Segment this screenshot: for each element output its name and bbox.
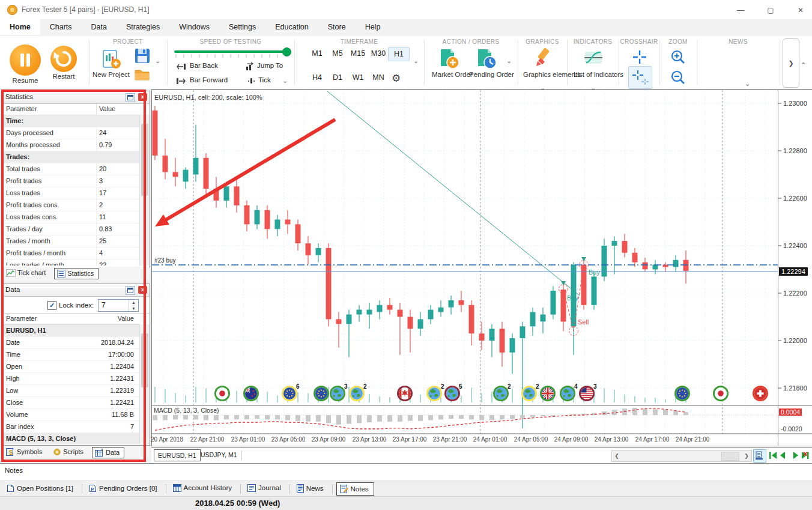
jp-flag-icon (715, 387, 727, 399)
ca-flag-icon (399, 387, 411, 399)
globe-flag-icon (351, 387, 363, 399)
news-count-badge: 6 (296, 383, 300, 390)
svg-text:EURUSD, H1, cell: 200, scale:: EURUSD, H1, cell: 200, scale: 100% (154, 94, 262, 101)
globe-flag-icon (523, 387, 535, 399)
chart-hscrollbar[interactable]: ❮ ❯ (611, 450, 752, 462)
bottom-tab-journal[interactable]: Journal (244, 482, 286, 494)
hscroll-right-icon[interactable]: ❯ (742, 451, 751, 461)
svg-text:#23 buy: #23 buy (154, 257, 176, 264)
svg-text:Buy: Buy (589, 269, 600, 276)
bottom-tab-notes[interactable]: Notes (336, 482, 374, 496)
app-window: Forex Tester 5 [4 pairs] - [EURUSD, H1] … (0, 0, 812, 510)
svg-text:P: P (91, 487, 94, 492)
globe-flag-icon (446, 387, 458, 399)
news-event-icon-eu[interactable] (282, 386, 297, 401)
chart-close-icon[interactable]: ✕ (802, 450, 808, 458)
news-count-badge: 5 (459, 383, 462, 390)
bottom-tab-pending-orders[interactable]: PPending Orders [0] (86, 482, 162, 494)
eu-flag-icon (283, 387, 295, 399)
bottom-tab-open-positions[interactable]: Open Positions [1] (4, 482, 78, 494)
notes-panel[interactable]: Notes (0, 463, 812, 481)
chart-tabbar: EURUSD, H1USDJPY, M1 ❮ ❯ ✕ (151, 447, 812, 464)
globe-flag-icon (428, 387, 440, 399)
eu-flag-icon (676, 387, 688, 399)
bottom-tabbar: Open Positions [1]PPending Orders [0]Acc… (0, 481, 812, 497)
price-axis-label: 1.22200 (783, 290, 807, 297)
news-event-icon-us[interactable] (579, 386, 595, 401)
status-bar: 2018.04.25 00:59 (Wed) (0, 496, 812, 510)
news-event-icon-eu[interactable] (314, 386, 329, 401)
chart-list-button[interactable] (753, 449, 766, 463)
svg-text:Sell: Sell (578, 318, 589, 326)
news-event-icon-globe[interactable] (521, 386, 537, 401)
price-axis-label: 1.22600 (783, 195, 807, 202)
bottom-tab-news[interactable]: News (294, 482, 329, 494)
current-price-label: 1.22294 (779, 267, 808, 276)
news-event-icon-ch[interactable] (753, 386, 768, 401)
news-event-icon-jp[interactable] (713, 386, 729, 401)
news-event-icon-globe[interactable] (349, 386, 365, 401)
ch-flag-icon (754, 387, 766, 399)
news-count-badge: 2 (536, 383, 539, 390)
news-count-badge: 2 (363, 383, 367, 390)
globe-flag-icon (332, 387, 344, 399)
news-event-icon-eu[interactable] (674, 386, 690, 401)
news-event-icon-nz[interactable] (243, 386, 259, 401)
price-chart[interactable]: #23 buyBuySellBuyEURUSD, H1, cell: 200, … (0, 0, 812, 510)
news-event-icon-ca[interactable] (397, 386, 413, 401)
news-event-icon-jp[interactable] (214, 386, 230, 401)
price-axis-label: 1.23000 (783, 100, 807, 107)
uk-flag-icon (542, 387, 554, 399)
globe-flag-icon (562, 387, 574, 399)
news-event-icon-globe[interactable] (444, 386, 460, 401)
price-axis-label: 1.21800 (783, 384, 807, 392)
chart-list-icon (754, 450, 766, 462)
status-datetime: 2018.04.25 00:59 (Wed) (195, 499, 280, 508)
macd-axis-label: -0.0020 (781, 425, 802, 433)
news-event-icon-globe[interactable] (560, 386, 575, 401)
price-axis-label: 1.22000 (783, 337, 807, 344)
chart-tab-usdjpy[interactable]: USDJPY, M1 (197, 449, 241, 460)
news-event-icon-globe[interactable] (426, 386, 442, 401)
jp-flag-icon (216, 387, 228, 399)
chart-tab-eurusd[interactable]: EURUSD, H1 (154, 449, 201, 461)
price-axis-label: 1.22400 (783, 242, 807, 249)
news-event-icon-uk[interactable] (540, 386, 556, 401)
news-count-badge: 2 (441, 383, 444, 390)
price-axis-label: 1.22800 (783, 147, 807, 154)
news-count-badge: 3 (593, 383, 597, 390)
svg-text:Buy: Buy (567, 294, 578, 302)
hscroll-thumb[interactable] (721, 452, 739, 461)
eu-flag-icon (315, 387, 327, 399)
news-event-icon-globe[interactable] (493, 386, 509, 401)
hscroll-left-icon[interactable]: ❮ (612, 451, 622, 461)
news-count-badge: 4 (574, 383, 578, 390)
globe-flag-icon (495, 387, 507, 399)
notes-panel-label: Notes (5, 467, 23, 474)
news-count-badge: 2 (507, 383, 511, 390)
macd-value-label: 0.0004 (779, 408, 802, 416)
time-axis-label: 24 Apr 21:00 (667, 436, 718, 443)
news-count-badge: 3 (344, 383, 348, 390)
nz-flag-icon (245, 387, 257, 399)
svg-text:MACD (5, 13, 3, Close): MACD (5, 13, 3, Close) (154, 407, 219, 414)
us-flag-icon (581, 387, 593, 399)
bottom-tab-account-history[interactable]: Account History (170, 482, 237, 494)
news-event-icon-globe[interactable] (330, 386, 345, 401)
